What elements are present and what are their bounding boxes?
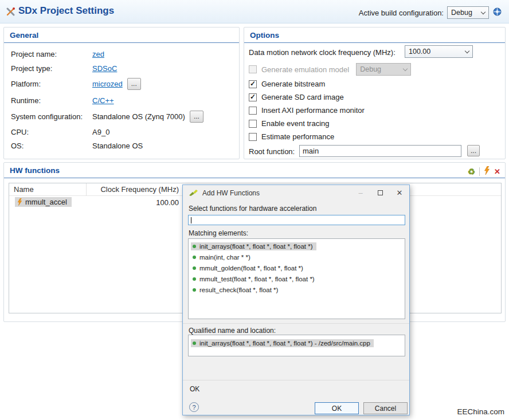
platform-label: Platform: [11,80,92,88]
chevron-down-icon [465,48,469,53]
generate-sd-card-row[interactable]: ✓ Generate SD card image [249,93,344,101]
root-function-label: Root function: [249,147,295,156]
function-bullet-icon [193,277,196,281]
dialog-titlebar[interactable]: Add HW Functions – ✕ [183,185,409,201]
general-panel: General Project name: zed Project type: … [3,27,240,159]
text-caret [191,217,191,223]
system-configuration-browse-button[interactable]: ... [190,111,203,123]
root-function-browse-button[interactable]: ... [467,145,480,156]
cpu-label: CPU: [11,128,92,136]
runtime-link[interactable]: C/C++ [92,96,114,105]
active-build-config-label: Active build configuration: [359,9,444,17]
qualified-name-label: Qualified name and location: [189,327,276,335]
manage-configurations-icon[interactable] [492,7,502,19]
generate-bitstream-checkbox[interactable]: ✓ [249,80,257,88]
generate-bitstream-label: Generate bitstream [261,80,325,88]
chevron-down-icon [403,66,408,70]
clock-frequency-dropdown[interactable]: 100.00 [405,45,473,58]
function-bullet-icon [193,256,196,259]
matching-elements-label: Matching elements: [189,229,248,237]
chevron-down-icon [481,9,485,14]
runtime-label: Runtime: [11,96,92,105]
list-item[interactable]: result_check(float *, float *) [189,284,405,295]
matching-elements-list[interactable]: init_arrays(float *, float *, float *, f… [188,238,405,319]
list-item[interactable]: init_arrays(float *, float *, float *, f… [189,241,405,252]
remove-hw-function-icon[interactable]: ✕ [494,167,500,176]
clock-frequency-label: Data motion network clock frequency (MHz… [249,48,396,57]
list-item[interactable]: mmult_golden(float *, float *, float *) [189,262,405,273]
status-text: OK [190,385,199,393]
estimate-performance-row[interactable]: ✓ Estimate performance [249,132,334,141]
general-panel-title: General [4,28,239,43]
check-icon: ✓ [250,80,256,88]
project-type-link[interactable]: SDSoC [92,64,117,73]
axi-monitor-label: Insert AXI performance monitor [261,106,365,115]
function-bullet-icon [193,266,196,270]
select-functions-label: Select functions for hardware accelerati… [189,205,316,213]
system-configuration-row: System configuration: Standalone OS (Zyn… [11,111,203,122]
system-configuration-value: Standalone OS (Zynq 7000) [92,112,185,121]
cpu-value: A9_0 [92,128,109,136]
root-function-input[interactable] [299,145,461,157]
toolbar-separator [479,167,480,176]
watermark: EEChina.com [457,407,504,416]
close-icon[interactable]: ✕ [390,185,409,201]
project-type-label: Project type: [11,64,92,73]
qualified-name-list[interactable]: init_arrays(float *, float *, float *, f… [188,335,405,356]
platform-browse-button[interactable]: ... [127,78,141,90]
root-function-row: Root function: ... [249,146,295,159]
hw-function-cell[interactable]: mmult_accel [15,197,72,207]
ok-button[interactable]: OK [315,402,359,414]
generate-sd-card-label: Generate SD card image [261,93,344,101]
refresh-hw-functions-icon[interactable]: ♻ [468,167,475,176]
os-label: OS: [11,142,92,150]
platform-link[interactable]: microzed [92,80,123,88]
generate-emulation-model-label: Generate emulation model [261,65,349,74]
project-type-row: Project type: SDSoC [11,62,117,74]
emulation-model-row: ✓ Generate emulation model Debug [249,63,411,76]
active-build-config-dropdown[interactable]: Debug [447,6,489,19]
help-icon[interactable]: ? [189,402,199,412]
generate-bitstream-row[interactable]: ✓ Generate bitstream [249,80,325,88]
platform-row: Platform: microzed ... [11,78,141,89]
os-value: Standalone OS [92,142,143,150]
minimize-icon: – [351,185,370,201]
add-hw-functions-dialog: Add HW Functions – ✕ Select functions fo… [182,185,410,415]
column-header-name[interactable]: Name [14,185,34,194]
os-row: OS: Standalone OS [11,140,143,151]
axi-monitor-row[interactable]: ✓ Insert AXI performance monitor [249,106,365,115]
column-header-clock[interactable]: Clock Frequency (MHz) [86,185,179,194]
event-tracing-label: Enable event tracing [261,119,330,128]
options-panel-title: Options [244,28,505,43]
runtime-row: Runtime: C/C++ [11,95,114,106]
estimate-performance-checkbox[interactable]: ✓ [249,133,257,141]
cpu-row: CPU: A9_0 [11,126,109,138]
project-name-link[interactable]: zed [92,50,104,58]
clock-frequency-cell[interactable]: 100.00 [86,198,179,207]
event-tracing-row[interactable]: ✓ Enable event tracing [249,119,330,128]
axi-monitor-checkbox[interactable]: ✓ [249,107,257,115]
function-filter-input[interactable] [188,215,405,225]
list-item[interactable]: init_arrays(float *, float *, float *, f… [189,337,405,348]
hw-functions-toolbar: ♻ ✕ [468,166,500,176]
dialog-icon [189,188,198,198]
add-hw-function-icon[interactable] [484,166,490,177]
emulation-model-dropdown: Debug [356,63,411,76]
options-panel: Options Data motion network clock freque… [244,27,506,159]
list-item[interactable]: mmult_test(float *, float *, float *, fl… [189,273,405,284]
divider [183,323,409,324]
cancel-button[interactable]: Cancel [363,402,408,414]
generate-emulation-model-checkbox: ✓ [249,65,257,73]
hw-functions-panel-title: HW functions [4,163,505,178]
maximize-icon[interactable] [370,185,390,201]
function-bullet-icon [193,245,196,248]
system-configuration-label: System configuration: [11,112,92,121]
page-title: SDx Project Settings [18,5,114,17]
project-name-row: Project name: zed [11,48,104,60]
hw-function-bolt-icon [17,198,22,206]
event-tracing-checkbox[interactable]: ✓ [249,120,257,128]
tools-icon [6,7,15,19]
list-item[interactable]: main(int, char * *) [189,252,405,262]
divider [183,380,409,380]
generate-sd-card-checkbox[interactable]: ✓ [249,93,257,101]
